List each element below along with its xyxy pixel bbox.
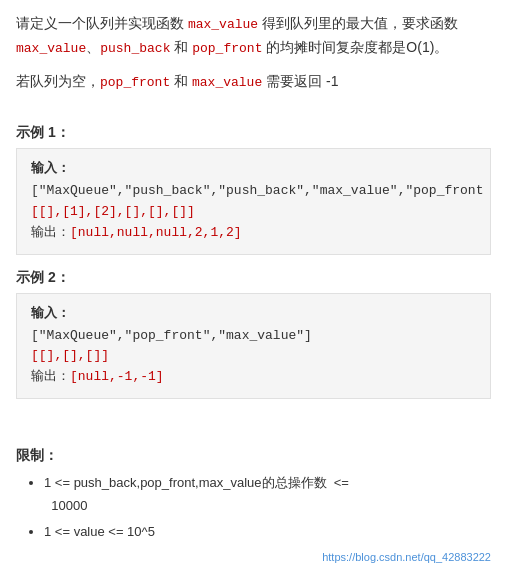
example1-box: 输入： ["MaxQueue","push_back","push_back",… (16, 148, 491, 254)
description-empty-condition: 若队列为空，pop_front 和 max_value 需要返回 -1 (16, 70, 491, 94)
example1-input-label: 输入： (31, 159, 476, 177)
constraints-list: 1 <= push_back,pop_front,max_value的总操作数 … (16, 471, 491, 543)
code-max-value-2: max_value (16, 41, 86, 56)
example2-code: ["MaxQueue","pop_front","max_value"] [[]… (31, 326, 476, 388)
constraint-item-1: 1 <= push_back,pop_front,max_value的总操作数 … (44, 471, 491, 518)
example2-input-label: 输入： (31, 304, 476, 322)
description-paragraph: 请定义一个队列并实现函数 max_value 得到队列里的最大值，要求函数 ma… (16, 12, 491, 60)
example2-input-line2: [[],[],[]] (31, 346, 476, 367)
example1-input-line2: [[],[1],[2],[],[],[]] (31, 202, 476, 223)
example1-title: 示例 1： (16, 124, 491, 142)
constraints-title: 限制： (16, 447, 491, 465)
example1-input-line1: ["MaxQueue","push_back","push_back","max… (31, 181, 476, 202)
code-push-back-1: push_back (100, 41, 170, 56)
example2-output: 输出：[null,-1,-1] (31, 367, 476, 388)
code-pop-front-2: pop_front (100, 75, 170, 90)
example2-input-line1: ["MaxQueue","pop_front","max_value"] (31, 326, 476, 347)
example2-title: 示例 2： (16, 269, 491, 287)
watermark: https://blog.csdn.net/qq_42883222 (16, 551, 491, 563)
example1-code: ["MaxQueue","push_back","push_back","max… (31, 181, 476, 243)
example2-box: 输入： ["MaxQueue","pop_front","max_value"]… (16, 293, 491, 399)
code-pop-front-1: pop_front (192, 41, 262, 56)
code-max-value-3: max_value (192, 75, 262, 90)
code-max-value-1: max_value (188, 17, 258, 32)
constraint-item-2: 1 <= value <= 10^5 (44, 520, 491, 543)
example1-output: 输出：[null,null,null,2,1,2] (31, 223, 476, 244)
